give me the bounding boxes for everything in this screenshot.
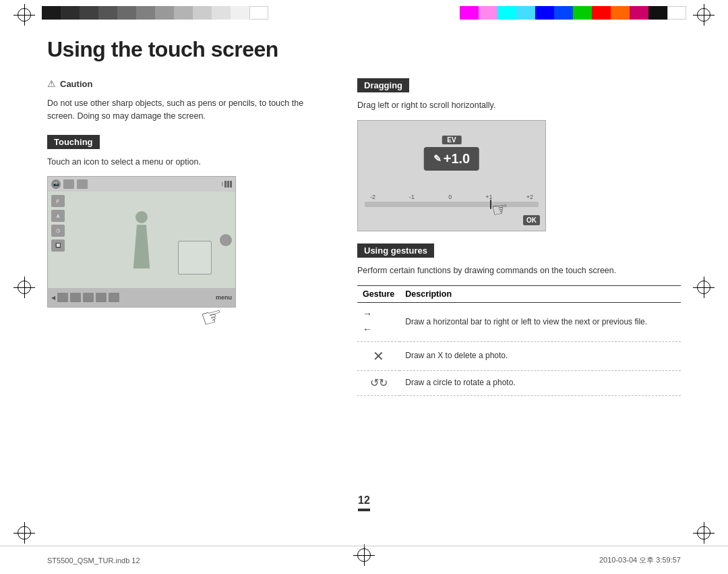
col-description: Description (400, 285, 681, 302)
top-color-bar (0, 5, 728, 20)
main-content: Using the touch screen ⚠ Caution Do not … (47, 37, 681, 544)
ev-label: EV (442, 136, 461, 144)
caution-section: ⚠ Caution (47, 78, 330, 89)
footer-bar: ST5500_QSM_TUR.indb 12 2010-03-04 오후 3:5… (0, 546, 728, 574)
page-number-area: 12 (358, 494, 370, 511)
gesture-row-1: → ← Draw a horizontal bar to right or le… (357, 302, 681, 341)
left-color-strip (42, 6, 268, 20)
gesture-icon-circle: ↺↻ (357, 370, 400, 395)
gesture-icon-x: ✕ (357, 341, 400, 370)
caution-label: Caution (60, 79, 92, 89)
touching-label: Touching (47, 135, 100, 149)
registration-mark-mid-right (693, 277, 715, 298)
dragging-label: Dragging (357, 78, 409, 92)
two-column-layout: ⚠ Caution Do not use other sharp objects… (47, 78, 681, 396)
gesture-desc-3: Draw a circle to rotate a photo. (400, 370, 681, 395)
dragging-image: EV ✎ +1.0 -2-10+1+2 (357, 120, 546, 231)
using-gestures-label: Using gestures (357, 243, 434, 258)
gesture-icon-horizontal: → ← (357, 302, 400, 341)
caution-text: Do not use other sharp objects, such as … (47, 97, 330, 123)
gesture-desc-2: Draw an X to delete a photo. (400, 341, 681, 370)
right-column: Dragging Drag left or right to scroll ho… (357, 78, 681, 396)
gesture-desc-1: Draw a horizontal bar to right or left t… (400, 302, 681, 341)
camera-screen-image: 📷 I (47, 176, 236, 308)
page-number: 12 (358, 494, 370, 507)
gestures-table: Gesture Description → ← (357, 285, 681, 397)
page-title: Using the touch screen (47, 37, 681, 62)
col-gesture: Gesture (357, 285, 400, 302)
gestures-description: Perform certain functions by drawing com… (357, 264, 681, 277)
footer-left: ST5500_QSM_TUR.indb 12 (47, 556, 140, 565)
registration-mark-bottom-right (693, 522, 715, 544)
gesture-row-3: ↺↻ Draw a circle to rotate a photo. (357, 370, 681, 395)
registration-mark-bottom-left (13, 522, 35, 544)
registration-mark-mid-left (13, 277, 35, 298)
left-column: ⚠ Caution Do not use other sharp objects… (47, 78, 330, 396)
dragging-description: Drag left or right to scroll horizontall… (357, 99, 681, 112)
caution-icon: ⚠ (47, 78, 56, 89)
page-bar-indicator (358, 509, 370, 511)
touching-description: Touch an icon to select a menu or option… (47, 156, 330, 169)
gesture-row-2: ✕ Draw an X to delete a photo. (357, 341, 681, 370)
footer-right: 2010-03-04 오후 3:59:57 (599, 555, 681, 565)
ok-button: OK (523, 215, 540, 225)
ev-value: +1.0 (444, 151, 470, 167)
right-color-strip (460, 6, 686, 20)
